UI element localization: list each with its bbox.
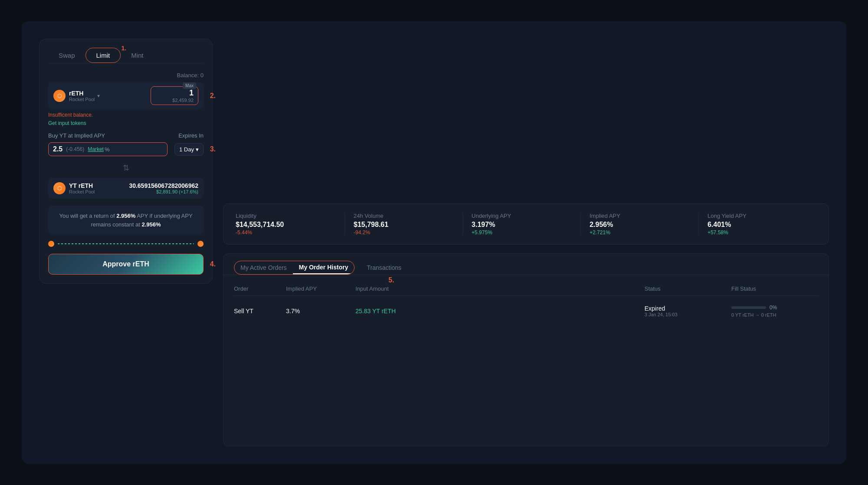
fill-detail: 0 YT rETH → 0 rETH bbox=[731, 312, 818, 318]
progress-dot-left bbox=[48, 241, 54, 247]
output-token-info: YT rETH Rocket Pool bbox=[69, 182, 95, 194]
get-tokens-link[interactable]: Get input tokens bbox=[48, 120, 86, 126]
reth-icon: ⬡ bbox=[53, 90, 66, 102]
cell-status: Expired 3 Jan 24, 15:03 bbox=[644, 305, 731, 317]
cell-fill-status: 0% 0 YT rETH → 0 rETH bbox=[731, 305, 818, 318]
trade-card: Swap Limit 1. Mint Balance: 0 ⬡ rETH Roc… bbox=[39, 39, 213, 284]
tab-transactions[interactable]: Transactions bbox=[360, 261, 408, 275]
stat-underlying-label: Underlying APY bbox=[472, 213, 572, 219]
step5-badge: 5. bbox=[388, 276, 759, 284]
tab-active-orders[interactable]: My Active Orders bbox=[234, 261, 293, 274]
stat-liquidity-change: -5.44% bbox=[236, 229, 336, 236]
stat-volume: 24h Volume $15,798.61 -94.2% bbox=[345, 213, 463, 236]
apy-delta: (-0.456) bbox=[66, 146, 84, 152]
amount-usd: $2,459.92 bbox=[172, 98, 194, 103]
stat-long-yield-change: +57.58% bbox=[707, 229, 808, 236]
stat-volume-change: -94.2% bbox=[354, 229, 454, 236]
output-token-row: ⬡ YT rETH Rocket Pool 30.659156067282006… bbox=[48, 178, 204, 199]
stat-implied-change: +2.721% bbox=[589, 229, 690, 236]
stat-implied-label: Implied APY bbox=[589, 213, 690, 219]
market-link[interactable]: Market bbox=[88, 146, 104, 152]
col-status: Status bbox=[644, 285, 731, 292]
table-row: Sell YT 3.7% 25.83 YT rETH Expired 3 Jan… bbox=[234, 299, 818, 323]
tab-mint[interactable]: Mint bbox=[121, 48, 154, 63]
col-input-amount: Input Amount bbox=[355, 285, 644, 292]
cell-order: Sell YT bbox=[234, 308, 286, 315]
percent-sign: % bbox=[105, 146, 110, 153]
progress-dot-right bbox=[197, 241, 204, 247]
stat-underlying-value: 3.197% bbox=[472, 221, 572, 229]
output-value: 30.659156067282006962 bbox=[129, 182, 198, 189]
stat-underlying-apy: Underlying APY 3.197% +5.975% bbox=[463, 213, 581, 236]
max-button[interactable]: Max bbox=[183, 82, 196, 89]
stat-volume-value: $15,798.61 bbox=[354, 221, 454, 229]
tab-swap[interactable]: Swap bbox=[48, 48, 85, 63]
output-token-source: Rocket Pool bbox=[69, 189, 95, 194]
apy-input[interactable]: 2.5 (-0.456) Market % bbox=[48, 142, 168, 156]
col-order: Order bbox=[234, 285, 286, 292]
swap-arrow-row: ⇅ bbox=[48, 163, 204, 173]
col-fill-status: Fill Status bbox=[731, 285, 818, 292]
progress-line bbox=[58, 243, 194, 244]
balance-label: Balance: 0 bbox=[177, 72, 204, 79]
apy-value: 2.5 bbox=[53, 145, 62, 153]
tabs-row: Swap Limit 1. Mint bbox=[48, 48, 204, 63]
expires-select[interactable]: 1 Day ▾ bbox=[174, 143, 204, 156]
status-date: 3 Jan 24, 15:03 bbox=[644, 312, 731, 317]
fill-bar bbox=[731, 306, 766, 309]
info-box: You will get a return of 2.956% APY if u… bbox=[48, 206, 204, 235]
order-tab-group: My Active Orders My Order History bbox=[234, 261, 355, 275]
apy-row: Buy YT at Implied APY Expires In bbox=[48, 132, 204, 139]
step3-badge: 3. bbox=[210, 145, 216, 153]
swap-arrows-icon[interactable]: ⇅ bbox=[123, 163, 129, 173]
stat-long-yield: Long Yield APY 6.401% +57.58% bbox=[699, 213, 816, 236]
info-apy: 2.956% bbox=[116, 213, 135, 219]
stat-long-yield-label: Long Yield APY bbox=[707, 213, 808, 219]
stat-implied-value: 2.956% bbox=[589, 221, 690, 229]
step2-badge: 2. bbox=[210, 92, 216, 100]
token-name: rETH bbox=[69, 90, 95, 97]
fill-bar-wrap: 0% bbox=[731, 305, 818, 311]
orders-section: My Active Orders My Order History Transa… bbox=[223, 253, 829, 446]
tab-order-history[interactable]: My Order History bbox=[293, 261, 355, 274]
token-input-row[interactable]: ⬡ rETH Rocket Pool ▾ Max 1 $2,459.92 bbox=[48, 82, 204, 109]
token-info: rETH Rocket Pool bbox=[69, 90, 95, 102]
apy-label: Buy YT at Implied APY bbox=[48, 132, 105, 139]
error-text: Insufficent balance. bbox=[48, 112, 204, 118]
tab-limit[interactable]: Limit 1. bbox=[85, 48, 121, 63]
amount-value: 1 bbox=[189, 88, 194, 98]
yt-reth-icon: ⬡ bbox=[53, 182, 66, 194]
balance-row: Balance: 0 bbox=[48, 72, 204, 79]
stat-volume-label: 24h Volume bbox=[354, 213, 454, 219]
output-amount: 30.659156067282006962 $2,891.90 (+17.6%) bbox=[129, 182, 198, 194]
output-token-name: YT rETH bbox=[69, 182, 95, 189]
status-text: Expired bbox=[644, 305, 731, 312]
cell-input-amount: 25.83 YT rETH bbox=[355, 308, 644, 315]
fill-pct: 0% bbox=[769, 305, 777, 311]
stat-liquidity-label: Liquidity bbox=[236, 213, 336, 219]
chevron-down-icon: ▾ bbox=[196, 146, 199, 153]
left-panel: Swap Limit 1. Mint Balance: 0 ⬡ rETH Roc… bbox=[39, 39, 213, 446]
main-container: Swap Limit 1. Mint Balance: 0 ⬡ rETH Roc… bbox=[22, 21, 846, 464]
right-panel: Liquidity $14,553,714.50 -5.44% 24h Volu… bbox=[223, 39, 829, 446]
step4-badge: 4. bbox=[210, 260, 216, 268]
output-usd: $2,891.90 (+17.6%) bbox=[129, 189, 198, 194]
token-source: Rocket Pool bbox=[69, 97, 95, 102]
expires-label: Expires In bbox=[178, 132, 204, 139]
stat-underlying-change: +5.975% bbox=[472, 229, 572, 236]
amount-input-box[interactable]: Max 1 $2,459.92 bbox=[151, 86, 198, 105]
stat-liquidity-value: $14,553,714.50 bbox=[236, 221, 336, 229]
col-implied-apy: Implied APY bbox=[286, 285, 355, 292]
stats-bar: Liquidity $14,553,714.50 -5.44% 24h Volu… bbox=[223, 203, 829, 245]
chevron-down-icon: ▾ bbox=[97, 93, 100, 99]
stat-liquidity: Liquidity $14,553,714.50 -5.44% bbox=[236, 213, 345, 236]
stat-implied-apy: Implied APY 2.956% +2.721% bbox=[581, 213, 699, 236]
progress-row bbox=[48, 241, 204, 247]
cell-implied-apy: 3.7% bbox=[286, 308, 355, 315]
info-constant: 2.956% bbox=[141, 221, 161, 228]
stat-long-yield-value: 6.401% bbox=[707, 221, 808, 229]
approve-button[interactable]: Approve rETH bbox=[48, 254, 204, 275]
orders-tabs: My Active Orders My Order History Transa… bbox=[224, 254, 829, 275]
